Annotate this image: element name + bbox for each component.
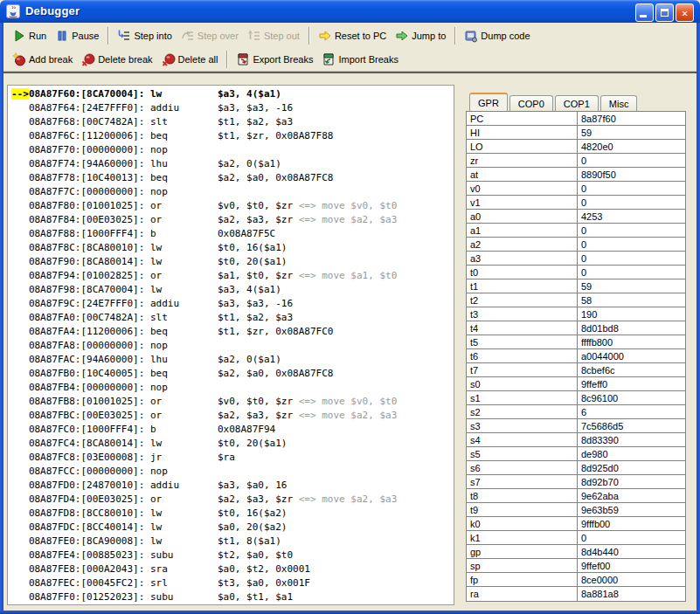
disasm-line[interactable]: 08A87F98:[8CA70004]: lw$a3, 4($a1) xyxy=(11,283,454,297)
disasm-line[interactable]: 08A87FF0:[01252023]: subu$a0, $t1, $a1 xyxy=(11,590,454,604)
disasm-line[interactable]: 08A87FAC:[94A60000]: lhu$a2, 0($a1) xyxy=(11,353,454,367)
disasm-line[interactable]: 08A87FC8:[03E00008]: jr$ra xyxy=(11,451,454,465)
register-value[interactable]: 8d83390 xyxy=(578,433,685,446)
register-value[interactable]: 9fffb00 xyxy=(578,517,685,530)
register-row[interactable]: s37c5686d5 xyxy=(467,419,685,433)
maximize-button[interactable] xyxy=(655,3,674,22)
register-row[interactable]: t78cbef6c xyxy=(467,363,685,377)
disasm-line[interactable]: 08A87FBC:[00E03025]: or$a2, $a3, $zr <=>… xyxy=(11,409,454,423)
register-row[interactable]: s78d92b70 xyxy=(467,475,685,489)
register-row[interactable]: ra8a881a8 xyxy=(467,587,685,601)
tab-cop0[interactable]: COP0 xyxy=(509,95,553,111)
register-value[interactable]: 8890f50 xyxy=(578,168,685,181)
register-row[interactable]: s48d83390 xyxy=(467,433,685,447)
disasm-line[interactable]: 08A87F84:[00E03025]: or$a2, $a3, $zr <=>… xyxy=(11,213,454,227)
register-value[interactable]: 0 xyxy=(578,266,685,279)
import-breaks-button[interactable]: Import Breaks xyxy=(317,50,402,69)
register-value[interactable]: 8ce0000 xyxy=(578,573,685,586)
delete-break-button[interactable]: Delete break xyxy=(77,50,156,69)
register-value[interactable]: 4253 xyxy=(578,210,685,223)
step-into-button[interactable]: Step into xyxy=(113,26,176,45)
register-row[interactable]: s18c96100 xyxy=(467,391,685,405)
pause-button[interactable]: Pause xyxy=(51,26,103,45)
disassembly-panel[interactable]: -->08A87F60:[8CA70004]: lw$a3, 4($a1) 08… xyxy=(7,85,454,605)
tab-gpr[interactable]: GPR xyxy=(469,93,508,111)
disasm-line[interactable]: 08A87FE8:[000A2043]: sra$a0, $t2, 0x0001 xyxy=(11,562,454,576)
register-row[interactable]: a30 xyxy=(467,252,685,266)
register-value[interactable]: ffffb800 xyxy=(578,335,685,348)
register-value[interactable]: 7c5686d5 xyxy=(578,419,685,432)
register-row[interactable]: t99e63b59 xyxy=(467,503,685,517)
disasm-line[interactable]: 08A87FD4:[00E03025]: or$a2, $a3, $zr <=>… xyxy=(11,493,454,507)
register-row[interactable]: fp8ce0000 xyxy=(467,573,685,587)
register-value[interactable]: 0 xyxy=(578,182,685,195)
minimize-button[interactable] xyxy=(635,3,654,22)
register-row[interactable]: a04253 xyxy=(467,210,685,224)
reset-to-pc-button[interactable]: Reset to PC xyxy=(314,26,391,45)
register-value[interactable]: 59 xyxy=(578,126,685,139)
close-button[interactable]: ✕ xyxy=(676,3,694,22)
register-value[interactable]: 8a881a8 xyxy=(578,587,685,601)
register-value[interactable]: 0 xyxy=(578,224,685,237)
disasm-line[interactable]: 08A87F88:[1000FFF4]: b0x08A87F5C xyxy=(11,227,454,241)
dump-code-button[interactable]: Dump code xyxy=(460,26,534,45)
disasm-line[interactable]: 08A87FD8:[8CC80010]: lw$t0, 16($a2) xyxy=(11,507,454,521)
register-value[interactable]: 9e63b59 xyxy=(578,503,685,516)
register-row[interactable]: zr0 xyxy=(467,154,685,168)
disasm-line[interactable]: 08A87F70:[00000000]: nop xyxy=(11,143,454,157)
disasm-line[interactable]: 08A87FC0:[1000FFF4]: b0x08A87F94 xyxy=(11,423,454,437)
register-value[interactable]: 8a87f60 xyxy=(578,112,685,125)
register-row[interactable]: t00 xyxy=(467,266,685,279)
disasm-line[interactable]: 08A87FDC:[8CC40014]: lw$a0, 20($a2) xyxy=(11,521,454,535)
disasm-line[interactable]: 08A87FCC:[00000000]: nop xyxy=(11,465,454,479)
register-row[interactable]: v10 xyxy=(467,196,685,210)
jump-to-button[interactable]: Jump to xyxy=(391,26,450,45)
register-row[interactable]: t159 xyxy=(467,279,685,293)
disasm-line[interactable]: 08A87F80:[01001025]: or$v0, $t0, $zr <=>… xyxy=(11,199,454,213)
register-row[interactable]: s09ffeff0 xyxy=(467,377,685,391)
disasm-line[interactable]: 08A87FB8:[01001025]: or$v0, $t0, $zr <=>… xyxy=(11,395,454,409)
register-value[interactable]: 0 xyxy=(578,252,685,265)
register-value[interactable]: 8d92b70 xyxy=(578,475,685,488)
disasm-line[interactable]: 08A87FD0:[24870010]: addiu$a3, $a0, 16 xyxy=(11,479,454,493)
register-row[interactable]: k10 xyxy=(467,531,685,545)
tab-misc[interactable]: Misc xyxy=(600,95,638,111)
step-over-button[interactable]: Step over xyxy=(177,26,243,45)
disasm-line[interactable]: 08A87FB4:[00000000]: nop xyxy=(11,381,454,395)
disasm-line[interactable]: 08A87FA8:[00000000]: nop xyxy=(11,339,454,353)
register-row[interactable]: t258 xyxy=(467,293,685,307)
register-value[interactable]: 8d925d0 xyxy=(578,461,685,474)
register-value[interactable]: 4820e0 xyxy=(578,140,685,153)
register-value[interactable]: 59 xyxy=(578,279,685,293)
register-row[interactable]: t89e62aba xyxy=(467,489,685,503)
tab-cop1[interactable]: COP1 xyxy=(555,95,599,111)
titlebar[interactable]: Debugger ✕ xyxy=(0,0,700,23)
register-row[interactable]: s26 xyxy=(467,405,685,419)
register-value[interactable]: 6 xyxy=(578,405,685,418)
register-value[interactable]: 9e62aba xyxy=(578,489,685,502)
disasm-line[interactable]: 08A87FC4:[8CA80014]: lw$t0, 20($a1) xyxy=(11,437,454,451)
disasm-line[interactable]: 08A87FE4:[00885023]: subu$t2, $a0, $t0 xyxy=(11,548,454,562)
add-break-button[interactable]: Add break xyxy=(8,50,77,69)
disasm-line[interactable]: 08A87F6C:[11200006]: beq$t1, $zr, 0x08A8… xyxy=(11,129,454,143)
register-row[interactable]: s68d925d0 xyxy=(467,461,685,475)
disasm-line[interactable]: 08A87F78:[10C40013]: beq$a2, $a0, 0x08A8… xyxy=(11,171,454,185)
disasm-line[interactable]: -->08A87F60:[8CA70004]: lw$a3, 4($a1) xyxy=(11,87,454,101)
register-row[interactable]: LO4820e0 xyxy=(467,140,685,154)
disasm-line[interactable]: 08A87F8C:[8CA80010]: lw$t0, 16($a1) xyxy=(11,241,454,255)
disasm-line[interactable]: 08A87FB0:[10C40005]: beq$a2, $a0, 0x08A8… xyxy=(11,367,454,381)
disasm-line[interactable]: 08A87FE0:[8CA90008]: lw$t1, 8($a1) xyxy=(11,535,454,548)
register-value[interactable]: 0 xyxy=(578,154,685,167)
register-row[interactable]: a10 xyxy=(467,224,685,238)
register-value[interactable]: 8d4b440 xyxy=(578,545,685,558)
register-value[interactable]: 0 xyxy=(578,531,685,544)
register-value[interactable]: a0044000 xyxy=(578,349,685,362)
register-row[interactable]: t6a0044000 xyxy=(467,349,685,363)
register-row[interactable]: k09fffb00 xyxy=(467,517,685,531)
register-value[interactable]: 8cbef6c xyxy=(578,363,685,376)
disasm-line[interactable]: 08A87F64:[24E7FFF0]: addiu$a3, $a3, -16 xyxy=(11,101,454,115)
register-table[interactable]: PC8a87f60HI59LO4820e0zr0at8890f50v00v10a… xyxy=(466,111,686,602)
register-value[interactable]: 0 xyxy=(578,238,685,251)
register-row[interactable]: t48d01bd8 xyxy=(467,321,685,335)
register-row[interactable]: t3190 xyxy=(467,307,685,321)
